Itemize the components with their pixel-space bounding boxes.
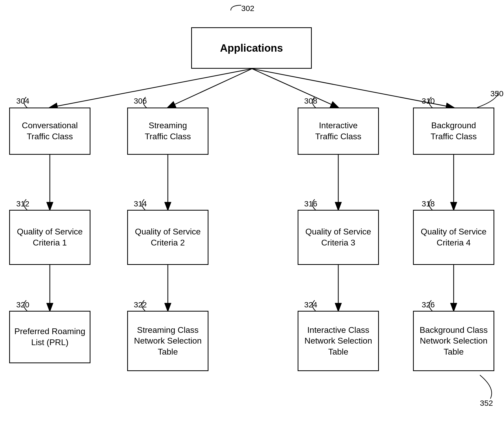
ref-306: 306 [134, 97, 147, 105]
ref-308: 308 [304, 97, 317, 105]
diagram-container: 302 Applications 350 304 ConversationalT… [0, 0, 504, 422]
streaming-table-box: Streaming ClassNetwork SelectionTable [127, 311, 208, 371]
qos4-box: Quality of ServiceCriteria 4 [413, 210, 494, 265]
conversational-tc-label: ConversationalTraffic Class [22, 120, 78, 142]
ref-316: 316 [304, 199, 317, 208]
applications-box: Applications [191, 27, 312, 69]
qos3-box: Quality of ServiceCriteria 3 [298, 210, 379, 265]
svg-line-4 [252, 69, 338, 108]
qos2-box: Quality of ServiceCriteria 2 [127, 210, 208, 265]
interactive-tc-box: InteractiveTraffic Class [298, 108, 379, 155]
prl-box: Preferred RoamingList (PRL) [9, 311, 90, 363]
ref-312: 312 [16, 199, 29, 208]
interactive-table-label: Interactive ClassNetwork SelectionTable [304, 325, 372, 357]
interactive-tc-label: InteractiveTraffic Class [315, 120, 361, 142]
streaming-tc-box: StreamingTraffic Class [127, 108, 208, 155]
ref-318: 318 [422, 199, 435, 208]
background-table-box: Background ClassNetwork SelectionTable [413, 311, 494, 371]
ref-322: 322 [134, 300, 147, 309]
applications-label: Applications [220, 41, 283, 55]
ref-352: 352 [480, 399, 493, 408]
qos1-box: Quality of ServiceCriteria 1 [9, 210, 90, 265]
ref-350: 350 [490, 89, 503, 98]
ref-310: 310 [422, 97, 435, 105]
streaming-table-label: Streaming ClassNetwork SelectionTable [134, 325, 202, 357]
interactive-table-box: Interactive ClassNetwork SelectionTable [298, 311, 379, 371]
ref-324: 324 [304, 300, 317, 309]
qos2-label: Quality of ServiceCriteria 2 [135, 226, 201, 248]
conversational-tc-box: ConversationalTraffic Class [9, 108, 90, 155]
ref-314: 314 [134, 199, 147, 208]
prl-label: Preferred RoamingList (PRL) [14, 326, 85, 348]
qos1-label: Quality of ServiceCriteria 1 [17, 226, 83, 248]
background-tc-label: BackgroundTraffic Class [431, 120, 477, 142]
background-table-label: Background ClassNetwork SelectionTable [420, 325, 488, 357]
qos4-label: Quality of ServiceCriteria 4 [421, 226, 487, 248]
ref-326: 326 [422, 300, 435, 309]
ref-302: 302 [241, 4, 254, 13]
ref-320: 320 [16, 300, 29, 309]
streaming-tc-label: StreamingTraffic Class [145, 120, 191, 142]
background-tc-box: BackgroundTraffic Class [413, 108, 494, 155]
qos3-label: Quality of ServiceCriteria 3 [305, 226, 371, 248]
ref-304: 304 [16, 97, 29, 105]
svg-line-3 [168, 69, 252, 108]
svg-line-2 [50, 69, 252, 108]
